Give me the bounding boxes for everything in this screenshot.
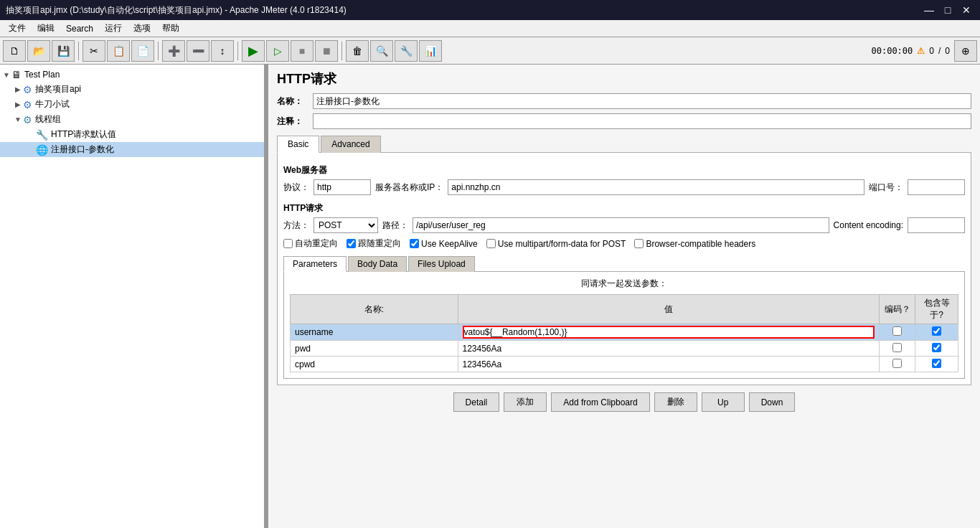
browser-compat-checkbox[interactable] xyxy=(634,239,644,248)
comment-label: 注释： xyxy=(277,116,308,128)
delete-button[interactable]: 删除 xyxy=(654,392,697,412)
warning-icon: ⚠ xyxy=(917,46,925,56)
follow-redirect-label: 跟随重定向 xyxy=(358,237,401,250)
tab-advanced[interactable]: Advanced xyxy=(321,136,380,153)
window-controls: — □ ✕ xyxy=(921,4,974,16)
toolbar-start[interactable]: ▶ xyxy=(242,40,265,62)
panel-title: HTTP请求 xyxy=(277,70,971,88)
checkbox-multipart[interactable]: Use multipart/form-data for POST xyxy=(486,239,626,249)
close-button[interactable]: ✕ xyxy=(958,4,974,16)
protocol-label: 协议： xyxy=(283,182,309,194)
web-server-row: 协议： 服务器名称或IP： 端口号： xyxy=(283,179,965,195)
row3-value: 123456Aa xyxy=(458,357,880,372)
row1-value-input[interactable] xyxy=(463,326,875,339)
checkbox-browser-compat[interactable]: Browser-compatible headers xyxy=(634,239,755,249)
port-input[interactable] xyxy=(908,179,965,195)
comment-row: 注释： xyxy=(277,113,971,129)
toolbar-sep4 xyxy=(341,42,342,60)
row1-encode-checkbox[interactable] xyxy=(892,326,902,336)
toolbar-clear[interactable]: 🗑 xyxy=(346,40,369,62)
toolbar-cut[interactable]: ✂ xyxy=(83,40,105,62)
checkbox-auto-redirect[interactable]: 自动重定向 xyxy=(283,237,338,250)
add-button[interactable]: 添加 xyxy=(504,392,547,412)
comment-input[interactable] xyxy=(313,113,971,129)
protocol-input[interactable] xyxy=(314,179,371,195)
row3-encode-checkbox[interactable] xyxy=(892,359,902,368)
menu-options[interactable]: 选项 xyxy=(128,21,156,36)
menu-help[interactable]: 帮助 xyxy=(156,21,185,36)
minimize-button[interactable]: — xyxy=(921,4,937,16)
tree-item-thread-group[interactable]: ▼ ⚙ 线程组 xyxy=(0,112,264,127)
toolbar-expand[interactable]: ➕ xyxy=(162,40,185,62)
params-title: 同请求一起发送参数： xyxy=(290,278,958,290)
tab-content: Web服务器 协议： 服务器名称或IP： 端口号： HTTP请求 方法： POS… xyxy=(277,153,971,385)
path-input[interactable] xyxy=(413,217,829,233)
server-input[interactable] xyxy=(448,179,864,195)
toolbar-open[interactable]: 📂 xyxy=(27,40,50,62)
sub-tab-files-upload[interactable]: Files Upload xyxy=(408,256,475,272)
toolbar-new[interactable]: 🗋 xyxy=(3,40,26,62)
toolbar-sep3 xyxy=(237,42,238,60)
down-button[interactable]: Down xyxy=(749,392,796,412)
toolbar: 🗋 📂 💾 ✂ 📋 📄 ➕ ➖ ↕ ▶ ▷ ■ ⏹ 🗑 🔍 🔧 📊 00:00:… xyxy=(0,37,980,65)
name-input[interactable] xyxy=(313,93,971,109)
checkbox-follow-redirect[interactable]: 跟随重定向 xyxy=(347,237,401,250)
tree-item-register-api[interactable]: 🌐 注册接口-参数化 xyxy=(0,142,264,157)
port-label: 端口号： xyxy=(869,182,903,194)
toolbar-shutdown[interactable]: ⏹ xyxy=(315,40,338,62)
col-header-include: 包含等于? xyxy=(915,295,958,324)
sub-tab-body-data[interactable]: Body Data xyxy=(348,256,407,272)
sub-tab-parameters[interactable]: Parameters xyxy=(283,256,347,272)
tree-item-http-default[interactable]: 🔧 HTTP请求默认值 xyxy=(0,127,264,142)
server-label: 服务器名称或IP： xyxy=(375,182,443,194)
toolbar-zoom[interactable]: ⊕ xyxy=(954,40,977,62)
toolbar-paste[interactable]: 📄 xyxy=(131,40,154,62)
row3-name: cpwd xyxy=(291,357,458,372)
content-encoding-input[interactable] xyxy=(908,217,965,233)
toolbar-right: 00:00:00 ⚠ 0 / 0 ⊕ xyxy=(871,40,977,62)
toolbar-clear-all[interactable]: 🔍 xyxy=(370,40,393,62)
toolbar-stop[interactable]: ■ xyxy=(291,40,314,62)
params-table: 名称: 值 编码？ 包含等于? username xyxy=(290,294,958,372)
follow-redirect-checkbox[interactable] xyxy=(347,239,356,248)
multipart-checkbox[interactable] xyxy=(486,239,496,248)
tree-label-choujiang: 抽奖项目api xyxy=(35,83,81,95)
checkbox-keepalive[interactable]: Use KeepAlive xyxy=(410,239,478,249)
row3-include-checkbox[interactable] xyxy=(932,359,941,368)
tree-item-niudao[interactable]: ▶ ⚙ 牛刀小试 xyxy=(0,97,264,112)
toolbar-toggle[interactable]: ↕ xyxy=(211,40,234,62)
thread-icon-choujiang: ⚙ xyxy=(23,84,32,95)
keepalive-label: Use KeepAlive xyxy=(421,239,478,249)
row2-include-checkbox[interactable] xyxy=(932,343,941,352)
menu-run[interactable]: 运行 xyxy=(99,21,128,36)
row2-encode-checkbox[interactable] xyxy=(892,343,902,352)
auto-redirect-checkbox[interactable] xyxy=(283,239,293,248)
maximize-button[interactable]: □ xyxy=(940,4,956,16)
thread-icon-niudao: ⚙ xyxy=(23,99,32,110)
menu-edit[interactable]: 编辑 xyxy=(32,21,60,36)
detail-button[interactable]: Detail xyxy=(453,392,500,412)
toolbar-save[interactable]: 💾 xyxy=(52,40,75,62)
table-row: cpwd 123456Aa xyxy=(291,357,958,372)
toolbar-start-no-pause[interactable]: ▷ xyxy=(266,40,289,62)
table-row: username xyxy=(291,324,958,341)
toolbar-template[interactable]: 📊 xyxy=(419,40,442,62)
toolbar-collapse[interactable]: ➖ xyxy=(187,40,209,62)
menu-file[interactable]: 文件 xyxy=(3,21,32,36)
row3-encode xyxy=(880,357,915,372)
method-select[interactable]: POST GET PUT DELETE xyxy=(314,217,378,233)
row1-include-checkbox[interactable] xyxy=(932,326,941,336)
menu-search[interactable]: Search xyxy=(60,22,99,35)
add-from-clipboard-button[interactable]: Add from Clipboard xyxy=(551,392,649,412)
tree-item-test-plan[interactable]: ▼ 🖥 Test Plan xyxy=(0,67,264,82)
toolbar-function[interactable]: 🔧 xyxy=(395,40,418,62)
toolbar-copy[interactable]: 📋 xyxy=(107,40,130,62)
up-button[interactable]: Up xyxy=(702,392,745,412)
row1-name: username xyxy=(291,324,458,341)
tab-basic[interactable]: Basic xyxy=(277,136,319,153)
web-server-header: Web服务器 xyxy=(283,164,965,176)
auto-redirect-label: 自动重定向 xyxy=(295,237,338,250)
tree-item-choujiang-api[interactable]: ▶ ⚙ 抽奖项目api xyxy=(0,82,264,97)
keepalive-checkbox[interactable] xyxy=(410,239,419,248)
http-method-row: 方法： POST GET PUT DELETE 路径： Content enco… xyxy=(283,217,965,233)
